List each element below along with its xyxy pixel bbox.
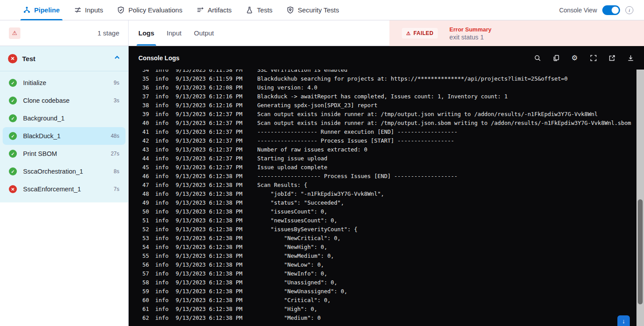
- log-timestamp: 9/13/2023 6:12:38 PM: [176, 288, 247, 295]
- step-row[interactable]: BlackDuck_1 48s: [3, 127, 126, 145]
- log-message: "Critical": 0,: [257, 297, 331, 303]
- tab-inputs[interactable]: Inputs: [74, 0, 103, 20]
- log-line: 51 info 9/13/2023 6:12:38 PM "newIssuesC…: [129, 216, 636, 225]
- tab-pipeline[interactable]: Pipeline: [23, 0, 60, 20]
- shield-security-icon: [287, 6, 294, 14]
- log-line: 60 info 9/13/2023 6:12:38 PM "Critical":…: [129, 295, 636, 304]
- log-timestamp: 9/13/2023 6:12:38 PM: [176, 279, 247, 286]
- log-line-number: 55: [129, 252, 149, 259]
- info-icon[interactable]: i: [625, 6, 633, 14]
- log-timestamp: 9/13/2023 6:12:38 PM: [176, 208, 247, 215]
- log-timestamp: 9/13/2023 6:12:38 PM: [176, 173, 247, 179]
- step-name: Print SBOM: [23, 150, 57, 157]
- tab-policy-evaluations[interactable]: Policy Evaluations: [117, 0, 182, 20]
- console-scrollbar[interactable]: [636, 70, 644, 326]
- log-message: "Unassigned": 0,: [257, 279, 338, 286]
- log-timestamp: 9/13/2023 6:12:37 PM: [176, 146, 247, 153]
- error-summary-message: exit status 1: [449, 34, 491, 41]
- log-timestamp: 9/13/2023 6:12:38 PM: [176, 199, 247, 206]
- log-message: "jobId": "-n1FkEpdiw3Y7G-Vvk8Wnl",: [257, 190, 384, 197]
- log-message: "NewUnassigned": 0,: [257, 288, 347, 295]
- stage-row-test[interactable]: ✕ Test: [0, 46, 128, 71]
- log-timestamp: 9/13/2023 6:12:37 PM: [176, 137, 247, 144]
- log-level: info: [155, 208, 169, 215]
- log-message: "High": 0,: [257, 306, 317, 312]
- log-message: "newIssuesCount": 0,: [257, 217, 338, 224]
- console-log-area: 34 info 9/13/2023 6:11:58 PM SSL verific…: [129, 70, 636, 326]
- fullscreen-icon[interactable]: [589, 54, 597, 62]
- error-summary-title: Error Summary: [449, 26, 491, 33]
- warning-triangle-icon: ⚠: [12, 30, 17, 36]
- log-timestamp: 9/13/2023 6:11:59 PM: [176, 75, 247, 82]
- warning-triangle-icon: ⚠: [406, 31, 411, 36]
- stage-name: Test: [22, 55, 35, 62]
- log-timestamp: 9/13/2023 6:12:38 PM: [176, 306, 247, 312]
- top-nav: Pipeline Inputs Policy Evaluations Artif…: [0, 0, 644, 20]
- log-timestamp: 9/13/2023 6:12:37 PM: [176, 120, 247, 126]
- search-icon[interactable]: [534, 54, 541, 62]
- log-timestamp: 9/13/2023 6:12:38 PM: [176, 252, 247, 259]
- flask-icon: [246, 6, 253, 14]
- download-icon[interactable]: [627, 54, 634, 62]
- log-line-number: 42: [129, 137, 149, 144]
- log-line-number: 61: [129, 306, 149, 312]
- step-status-icon: [9, 97, 17, 105]
- log-level: info: [155, 306, 169, 312]
- step-row[interactable]: Background_1: [3, 109, 126, 127]
- log-message: Scan output exists inside runner at: /tm…: [257, 120, 631, 126]
- step-row[interactable]: SscaOrchestration_1 8s: [3, 163, 126, 180]
- step-name: Clone codebase: [23, 97, 70, 104]
- artifacts-icon: [196, 6, 204, 14]
- step-status-icon: [9, 114, 17, 122]
- log-line-number: 50: [129, 208, 149, 215]
- tab-security-tests[interactable]: Security Tests: [287, 0, 339, 20]
- tab-artifacts[interactable]: Artifacts: [196, 0, 232, 20]
- tab-logs[interactable]: Logs: [138, 20, 154, 46]
- step-status-icon: [9, 167, 17, 175]
- shield-check-icon: [117, 6, 125, 14]
- failed-badge-label: FAILED: [413, 30, 433, 36]
- log-level: info: [155, 120, 169, 126]
- settings-icon[interactable]: ⚙: [571, 54, 578, 62]
- open-in-new-icon[interactable]: [608, 54, 616, 62]
- log-timestamp: 9/13/2023 6:12:38 PM: [176, 182, 247, 188]
- inputs-icon: [74, 6, 82, 14]
- log-line-number: 59: [129, 288, 149, 295]
- console-view-toggle[interactable]: [602, 5, 620, 15]
- toggle-knob: [612, 7, 619, 14]
- tab-tests-label: Tests: [257, 6, 272, 14]
- log-line-number: 54: [129, 244, 149, 250]
- log-message: "NewInfo": 0,: [257, 270, 327, 277]
- log-timestamp: 9/13/2023 6:12:38 PM: [176, 235, 247, 241]
- log-line: 50 info 9/13/2023 6:12:38 PM "issuesCoun…: [129, 207, 636, 216]
- log-line-number: 52: [129, 226, 149, 233]
- scrollbar-thumb[interactable]: [638, 199, 643, 304]
- copy-icon[interactable]: [552, 54, 560, 62]
- tab-input[interactable]: Input: [167, 20, 181, 46]
- log-line-number: 46: [129, 173, 149, 179]
- log-line: 37 info 9/13/2023 6:12:16 PM Blackduck -…: [129, 92, 636, 101]
- log-line: 52 info 9/13/2023 6:12:38 PM "issuesBySe…: [129, 225, 636, 233]
- step-row[interactable]: Print SBOM 27s: [3, 145, 126, 163]
- step-row[interactable]: Clone codebase 3s: [3, 92, 126, 109]
- tab-tests[interactable]: Tests: [246, 0, 272, 20]
- chevron-up-icon[interactable]: [114, 54, 120, 62]
- log-line-number: 35: [129, 75, 149, 82]
- log-level: info: [155, 146, 169, 153]
- log-line: 44 info 9/13/2023 6:12:37 PM Starting is…: [129, 154, 636, 163]
- step-row[interactable]: SscaEnforcement_1 7s: [3, 180, 126, 198]
- tab-output[interactable]: Output: [194, 20, 214, 46]
- log-level: info: [155, 173, 169, 179]
- log-level: info: [155, 70, 169, 73]
- step-duration: 3s: [114, 97, 119, 104]
- step-row[interactable]: Initialize 9s: [3, 74, 126, 92]
- scroll-to-bottom-button[interactable]: ↓: [617, 315, 630, 326]
- log-level: info: [155, 270, 169, 277]
- log-timestamp: 9/13/2023 6:12:38 PM: [176, 190, 247, 197]
- log-line: 40 info 9/13/2023 6:12:37 PM Scan output…: [129, 118, 636, 127]
- log-level: info: [155, 102, 169, 109]
- log-level: info: [155, 84, 169, 91]
- step-name: Initialize: [23, 79, 46, 86]
- log-line-number: 57: [129, 270, 149, 277]
- console-header: Console Logs ⚙: [129, 46, 644, 70]
